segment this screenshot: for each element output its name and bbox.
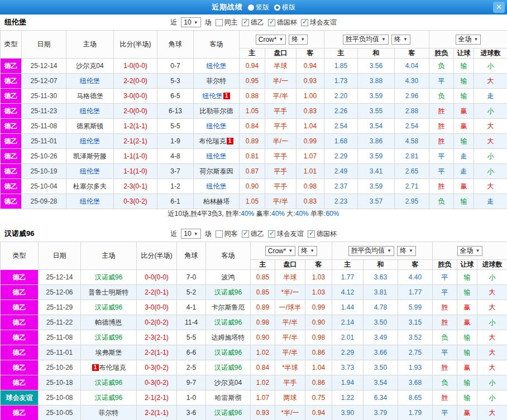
away-team-name[interactable]: 纽伦堡 bbox=[207, 182, 227, 190]
home-team-cell: 菲尔特 bbox=[81, 405, 137, 420]
home-team-name[interactable]: 纽伦堡 bbox=[80, 197, 100, 205]
filter-checkbox-1[interactable]: 德乙 bbox=[242, 18, 264, 27]
home-team-name[interactable]: 马格德堡 bbox=[76, 92, 103, 100]
date-cell: 25-12-14 bbox=[22, 59, 66, 74]
goals-cell: 走 bbox=[474, 89, 507, 104]
home-team-name[interactable]: 埃弗斯堡 bbox=[95, 349, 122, 356]
scope-selects: 全场▼ bbox=[429, 35, 507, 45]
away-team-cell: 汉诺威96 bbox=[206, 345, 251, 360]
odds-final-select[interactable]: 终▼ bbox=[289, 35, 308, 45]
scope-select[interactable]: 全场▼ bbox=[456, 35, 481, 45]
away-team-name[interactable]: 波鸿 bbox=[222, 273, 235, 281]
home-team-name[interactable]: 帕德博恩 bbox=[95, 318, 122, 326]
home-team-name[interactable]: 布伦瑞克 bbox=[99, 364, 126, 371]
close-icon[interactable]: ✕ bbox=[493, 2, 505, 13]
result-cell: 平 bbox=[433, 285, 457, 300]
avg-away-cell: 2.71 bbox=[395, 179, 429, 194]
match-row: 德乙25-10-19纽伦堡1-1(1-0)3-7荷尔斯泰因0.87平手1.012… bbox=[1, 164, 507, 179]
goals-cell: 大 bbox=[474, 119, 507, 134]
away-team-name[interactable]: 荷尔斯泰因 bbox=[200, 167, 233, 175]
home-team-name[interactable]: 菲尔特 bbox=[99, 409, 119, 417]
avg-away-cell: 4.58 bbox=[395, 134, 429, 149]
home-team-name[interactable]: 汉诺威96 bbox=[95, 379, 122, 387]
odds-source-select[interactable]: Crow*▼ bbox=[256, 35, 286, 45]
filter-checkbox-3[interactable]: 德国杯 bbox=[308, 229, 337, 239]
home-team-name[interactable]: 汉诺威96 bbox=[95, 334, 122, 341]
odds-home-cell: 0.98 bbox=[251, 315, 275, 330]
odds-home-cell: 0.90 bbox=[240, 179, 265, 194]
home-team-name[interactable]: 汉诺威96 bbox=[95, 303, 122, 311]
home-team-name[interactable]: 汉诺威96 bbox=[95, 394, 122, 402]
home-team-cell: 汉诺威96 bbox=[81, 390, 137, 405]
result-cell: 负 bbox=[433, 375, 457, 390]
score-cell: 1-0(0-0) bbox=[114, 59, 157, 74]
filter-checkbox-0[interactable]: 同主 bbox=[216, 18, 238, 27]
home-team-name[interactable]: 凯泽斯劳滕 bbox=[73, 152, 107, 160]
match-row: 德乙25-11-29汉诺威963-0(0-0)4-1卡尔斯鲁厄0.89一/球半0… bbox=[1, 300, 507, 315]
home-team-name[interactable]: 德累斯顿 bbox=[76, 122, 103, 130]
home-team-name[interactable]: 纽伦堡 bbox=[80, 107, 100, 115]
filter-checkbox-1[interactable]: 德乙 bbox=[242, 229, 264, 239]
home-team-cell: 帕德博恩 bbox=[81, 315, 137, 330]
odds-handicap-cell: 平/半 bbox=[275, 330, 305, 345]
avg-final-select[interactable]: 终▼ bbox=[397, 246, 416, 256]
avg-final-select[interactable]: 终▼ bbox=[391, 35, 410, 45]
home-team-name[interactable]: 纽伦堡 bbox=[80, 167, 100, 175]
away-team-name[interactable]: 汉诺威96 bbox=[214, 349, 242, 356]
home-team-cell: 沙尔克04 bbox=[66, 59, 114, 74]
league-cell: 德乙 bbox=[1, 179, 22, 194]
away-team-name[interactable]: 纽伦堡 bbox=[203, 92, 223, 100]
filter-checkbox-2[interactable]: 德国杯 bbox=[268, 18, 297, 27]
match-row: 德乙25-11-08德累斯顿1-2(1-1)5-5纽伦堡0.84平手1.042.… bbox=[1, 119, 507, 134]
odds-handicap-cell: *半球 bbox=[275, 360, 305, 375]
home-team-name[interactable]: 纽伦堡 bbox=[80, 77, 100, 85]
home-team-cell: 纽伦堡 bbox=[66, 194, 114, 209]
away-team-name[interactable]: 菲尔特 bbox=[207, 77, 227, 85]
away-team-name[interactable]: 达姆施塔特 bbox=[212, 334, 245, 341]
away-team-name[interactable]: 汉诺威96 bbox=[214, 288, 242, 296]
odds-final-select[interactable]: 终▼ bbox=[298, 246, 317, 256]
goals-cell: 小 bbox=[477, 375, 507, 390]
avg-source-select[interactable]: 胜平负均值▼ bbox=[348, 246, 394, 256]
home-team-name[interactable]: 汉诺威96 bbox=[95, 273, 122, 281]
score-cell: 3-0(0-0) bbox=[114, 89, 157, 104]
layout-radio-vertical[interactable]: 竖版 bbox=[248, 3, 269, 12]
avg-source-group: 胜平负均值▼终▼ bbox=[332, 242, 433, 260]
layout-radio-horizontal[interactable]: 横版 bbox=[274, 3, 295, 12]
filter-checkbox-0[interactable]: 同客 bbox=[216, 229, 238, 239]
away-team-name[interactable]: 汉诺威96 bbox=[214, 409, 242, 417]
chevron-down-icon: ▼ bbox=[310, 248, 314, 253]
odds-away-cell: 0.94 bbox=[305, 405, 332, 420]
home-team-name[interactable]: 沙尔克04 bbox=[76, 62, 103, 70]
away-team-name[interactable]: 比勒菲尔德 bbox=[200, 107, 233, 115]
filter-checkbox-3[interactable]: 球会友谊 bbox=[301, 18, 337, 27]
odds-handicap-cell: 平/半 bbox=[275, 345, 305, 360]
match-count-select[interactable]: 10▼ bbox=[181, 229, 200, 239]
away-team-name[interactable]: 哈雷斯彻 bbox=[215, 394, 242, 402]
odds-handicap-cell: 平手 bbox=[265, 149, 296, 164]
odds-home-cell: 0.81 bbox=[240, 149, 265, 164]
away-team-name[interactable]: 卡尔斯鲁厄 bbox=[212, 303, 245, 311]
score-cell: 1-1(1-0) bbox=[114, 164, 157, 179]
home-team-cell: 汉诺威96 bbox=[81, 270, 137, 285]
away-team-name[interactable]: 汉诺威96 bbox=[214, 364, 242, 371]
odds-away-cell: 0.94 bbox=[296, 59, 324, 74]
away-team-name[interactable]: 纽伦堡 bbox=[207, 62, 227, 70]
home-team-name[interactable]: 纽伦堡 bbox=[80, 137, 100, 145]
away-team-name[interactable]: 纽伦堡 bbox=[207, 122, 227, 130]
match-count-select[interactable]: 10▼ bbox=[181, 17, 200, 27]
filter-checkbox-2[interactable]: 球会友谊 bbox=[268, 229, 304, 239]
away-team-name[interactable]: 汉诺威96 bbox=[214, 318, 242, 326]
away-team-name[interactable]: 布伦瑞克 bbox=[199, 137, 226, 145]
away-team-name[interactable]: 沙尔克04 bbox=[214, 379, 242, 387]
away-team-name[interactable]: 柏林赫塔 bbox=[203, 197, 230, 205]
home-team-name[interactable]: 杜塞尔多夫 bbox=[73, 182, 107, 190]
avg-source-select[interactable]: 胜平负均值▼ bbox=[343, 35, 389, 45]
home-team-name[interactable]: 普鲁士明斯特 bbox=[89, 288, 129, 296]
type-header: 类型 bbox=[1, 242, 39, 270]
away-team-name[interactable]: 纽伦堡 bbox=[207, 152, 227, 160]
odds-source-select[interactable]: Crow*▼ bbox=[265, 246, 296, 256]
scope-select[interactable]: 全场▼ bbox=[457, 246, 483, 256]
avg-home-cell: 1.94 bbox=[332, 375, 363, 390]
avg-final-select-value: 终 bbox=[394, 35, 401, 44]
